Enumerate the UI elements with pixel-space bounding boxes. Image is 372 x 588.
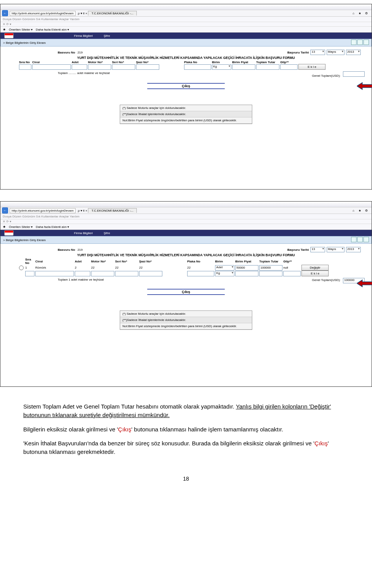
genel-toplam-label: Genel Toplam(USD): bbox=[312, 74, 341, 78]
fav-link-1[interactable]: Önerilen Siteler ▾ bbox=[9, 225, 33, 229]
ekle-button[interactable]: E k l e bbox=[298, 64, 326, 70]
genel-toplam-value bbox=[343, 71, 365, 77]
col-adet: Adet bbox=[72, 60, 87, 64]
screenshot-2: ← http://ydmh.ekonomi.gov.tr/ydmh/loginD… bbox=[0, 201, 372, 387]
degistir-button[interactable]: Değiştir bbox=[301, 265, 329, 271]
search-controls: ρ ▾ ¢ × bbox=[78, 12, 87, 15]
url-field[interactable]: http://ydmh.ekonomi.gov.tr/ydmh/loginDev… bbox=[10, 208, 76, 213]
input-cinsi[interactable] bbox=[32, 64, 71, 70]
command-row: ✕ ⟳ ▾ bbox=[0, 219, 372, 224]
fav-link-2[interactable]: Daha fazla Eklenti alın ▾ bbox=[36, 225, 69, 229]
document-body: Sistem Toplam Adet ve Genel Toplam Tutar… bbox=[0, 402, 372, 456]
input-motor[interactable] bbox=[91, 271, 114, 276]
note-2: (**)Sadece İthalat işlemlerinde doldurul… bbox=[120, 111, 252, 117]
input-sira[interactable] bbox=[19, 64, 31, 70]
note-3: Not:Birim Fiyat sözleşmede öngörülen/bel… bbox=[120, 323, 252, 329]
nav-firma[interactable]: Firma Bilgileri bbox=[74, 34, 93, 38]
col-gtip: Gtip** bbox=[280, 60, 298, 64]
cell-ttutar[interactable]: 100000 bbox=[259, 265, 282, 271]
nav-sifre[interactable]: Şifre bbox=[103, 34, 110, 38]
col-sasi: Şasi No* bbox=[136, 60, 159, 64]
breadcrumb-text: > Belge Bilgilerinin Giriş Ekranı bbox=[3, 238, 46, 242]
input-motor[interactable] bbox=[88, 64, 111, 70]
nav-firma[interactable]: Firma Bilgileri bbox=[74, 231, 93, 235]
select-birim[interactable]: Kg bbox=[212, 64, 231, 70]
cikis-button[interactable]: Çıkış bbox=[147, 83, 225, 89]
basvuru-no-label: Basvuru No bbox=[58, 248, 75, 252]
col-cinsi: Cinsi bbox=[35, 260, 74, 263]
app-navbar: Firma Bilgileri Şifre bbox=[0, 33, 372, 39]
input-plaka[interactable] bbox=[184, 64, 211, 70]
url-field[interactable]: http://ydmh.ekonomi.gov.tr/ydmh/loginDev… bbox=[10, 11, 76, 16]
page-action-icons[interactable] bbox=[350, 40, 369, 46]
cell-bfiyat[interactable]: 50000 bbox=[235, 265, 258, 271]
col-gtip: Gtip** bbox=[283, 260, 301, 263]
note-1: (*) Sadece Motorlu araçlar için doldurul… bbox=[120, 311, 252, 317]
flag-icon bbox=[4, 33, 14, 38]
toplam-adet-text: Toplam 1 adet makine ve teçhizat bbox=[58, 278, 104, 283]
input-plaka[interactable] bbox=[187, 271, 214, 276]
date-month[interactable]: Mayıs bbox=[327, 50, 344, 55]
basvuru-no-value: 219 bbox=[78, 51, 83, 54]
system-icons[interactable]: ⌂ ★ ⚙ bbox=[353, 12, 369, 15]
input-sasi[interactable] bbox=[136, 64, 159, 70]
nav-sifre[interactable]: Şifre bbox=[103, 231, 110, 235]
table-header-2: Sıra No Cinsi Adet Motor No* Seri No* Şa… bbox=[19, 258, 365, 265]
ekle-button[interactable]: E k l e bbox=[301, 271, 329, 276]
date-year[interactable]: 2013 bbox=[346, 50, 361, 55]
favorite-icon: ★ bbox=[3, 225, 6, 229]
browser-tab[interactable]: T.C.EKONOMİ BAKANLIĞI -... bbox=[88, 11, 137, 16]
col-birim: Birim bbox=[212, 60, 231, 64]
cell-motor: 22 bbox=[91, 266, 114, 269]
browser-menus[interactable]: Dosya Düzen Görünüm Sık Kullanılanlar Ar… bbox=[0, 214, 372, 219]
note-3: Not:Birim Fiyat sözleşmede öngörülen/bel… bbox=[120, 117, 252, 124]
col-bfiyat: Birim Fiyat bbox=[232, 60, 255, 64]
input-adet[interactable] bbox=[75, 271, 90, 276]
input-gtip[interactable] bbox=[283, 271, 301, 276]
breadcrumb: > Belge Bilgilerinin Giriş Ekranı bbox=[0, 39, 372, 47]
input-sira[interactable] bbox=[25, 271, 34, 276]
input-ttutar[interactable] bbox=[256, 64, 279, 70]
page-action-icons[interactable] bbox=[350, 237, 369, 243]
window-titlebar bbox=[0, 4, 372, 10]
input-cinsi[interactable] bbox=[35, 271, 74, 276]
favorite-icon: ★ bbox=[3, 28, 6, 31]
cell-plaka: 22 bbox=[187, 266, 214, 269]
browser-menus[interactable]: Dosya Düzen Görünüm Sık Kullanılanlar Ar… bbox=[0, 17, 372, 22]
basvuru-tarihi-label: Başvuru Tarihi bbox=[288, 248, 309, 252]
input-bfiyat[interactable] bbox=[232, 64, 255, 70]
notes-box: (*) Sadece Motorlu araçlar için doldurul… bbox=[120, 310, 252, 330]
input-seri[interactable] bbox=[115, 271, 138, 276]
col-motor: Motor No* bbox=[91, 260, 114, 263]
cell-birim[interactable]: Adet bbox=[215, 265, 234, 271]
date-day[interactable]: 13 bbox=[310, 247, 325, 252]
row-radio[interactable] bbox=[19, 266, 24, 270]
date-year[interactable]: 2013 bbox=[346, 247, 361, 252]
command-row: ✕ ⟳ ▾ bbox=[0, 22, 372, 27]
col-seri: Seri No* bbox=[115, 260, 138, 263]
cell-gtip: null bbox=[283, 266, 301, 269]
breadcrumb-text: > Belge Bilgilerinin Giriş Ekranı bbox=[3, 41, 46, 45]
favorites-bar: ★ Önerilen Siteler ▾ Daha fazla Eklenti … bbox=[0, 224, 372, 230]
input-bfiyat[interactable] bbox=[235, 271, 258, 276]
back-button[interactable]: ← bbox=[2, 207, 8, 214]
input-adet[interactable] bbox=[72, 64, 87, 70]
browser-tab[interactable]: T.C.EKONOMİ BAKANLIĞI -... bbox=[88, 208, 137, 213]
input-seri[interactable] bbox=[112, 64, 135, 70]
toplam-adet-text: Toplam ......... adet makine ve teçhizat bbox=[58, 71, 110, 78]
system-icons[interactable]: ⌂ ★ ⚙ bbox=[353, 209, 369, 212]
note-1: (*) Sadece Motorlu araçlar için doldurul… bbox=[120, 105, 252, 111]
input-gtip[interactable] bbox=[280, 64, 298, 70]
callout-arrow-2 bbox=[357, 279, 372, 288]
cikis-button[interactable]: Çıkış bbox=[147, 289, 225, 295]
input-ttutar[interactable] bbox=[259, 271, 282, 276]
back-button[interactable]: ← bbox=[2, 10, 8, 16]
input-sasi[interactable] bbox=[139, 271, 162, 276]
svg-marker-0 bbox=[357, 83, 372, 90]
date-day[interactable]: 13 bbox=[310, 50, 325, 55]
fav-link-2[interactable]: Daha fazla Eklenti alın ▾ bbox=[36, 28, 69, 31]
select-birim[interactable]: Kg bbox=[215, 271, 234, 276]
date-month[interactable]: Mayıs bbox=[327, 247, 344, 252]
fav-link-1[interactable]: Önerilen Siteler ▾ bbox=[9, 28, 33, 31]
table-data-row: 1 Römörk 2 22 22 22 22 Adet 50000 100000… bbox=[19, 265, 365, 271]
